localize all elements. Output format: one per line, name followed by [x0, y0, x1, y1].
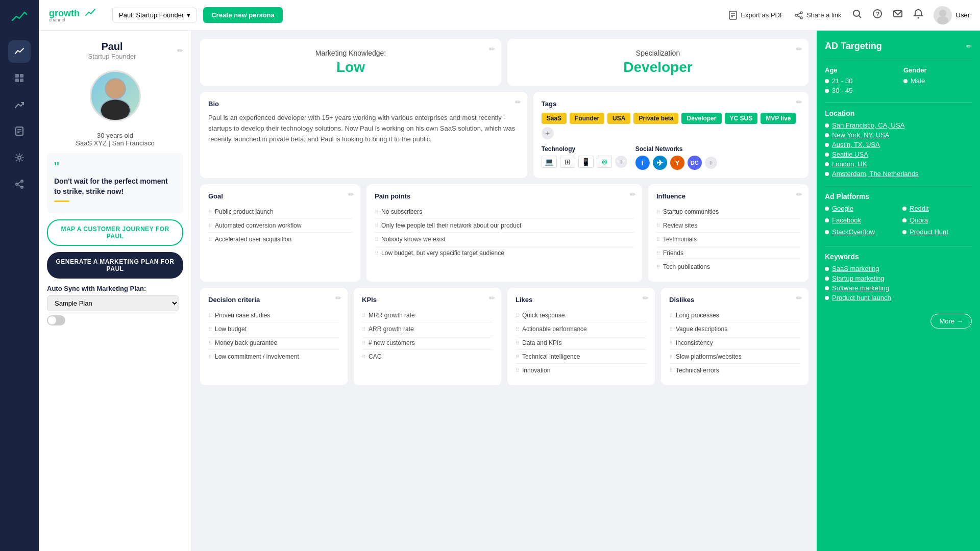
location-dot	[825, 153, 829, 157]
age-item-1: 21 - 30	[825, 77, 893, 85]
marketing-button[interactable]: GENERATE A MARKETING PLAN FOR PAUL	[47, 252, 183, 279]
keyword-dot	[825, 296, 829, 300]
persona-dropdown[interactable]: Paul: Startup Founder ▾	[112, 8, 197, 22]
spec-edit-icon[interactable]: ✏	[796, 45, 802, 53]
tag-item[interactable]: SaaS	[542, 113, 567, 124]
dislikes-list: ⠿Long processes⠿Vague descriptions⠿Incon…	[669, 309, 800, 377]
keywords-section: Keywords SaaS marketingStartup marketing…	[825, 253, 972, 302]
sync-toggle[interactable]	[47, 315, 65, 325]
create-persona-button[interactable]: Create new persona	[203, 7, 283, 23]
notification-icon[interactable]	[913, 9, 923, 21]
influence-list: ⠿Startup communities⠿Review sites⠿Testim…	[656, 205, 800, 273]
location-item: Seattle USA	[825, 151, 972, 158]
marketing-knowledge-label: Marketing Knowledge:	[208, 49, 493, 57]
influence-edit-icon[interactable]: ✏	[796, 190, 802, 198]
location-dot	[825, 123, 829, 128]
social-add-icon[interactable]: +	[705, 157, 717, 169]
location-list: San Francisco, CA, USANew York, NY, USAA…	[825, 121, 972, 178]
search-icon[interactable]	[852, 9, 862, 21]
svg-line-13	[18, 185, 21, 187]
sidebar-item-settings[interactable]	[8, 146, 31, 169]
drag-icon: ⠿	[669, 368, 673, 373]
list-item: ⠿Technical errors	[669, 364, 800, 377]
discord-icon[interactable]: DC	[688, 156, 702, 170]
goal-card: ✏ Goal ⠿Public product launch⠿Automated …	[200, 184, 360, 282]
list-item: ⠿Long processes	[669, 309, 800, 322]
platform-item: Quora	[902, 216, 972, 224]
sidebar-item-share[interactable]	[8, 173, 31, 195]
persona-header: Paul Startup Founder ✏	[47, 41, 183, 60]
age-item-2: 30 - 45	[825, 87, 893, 94]
drag-icon: ⠿	[208, 354, 212, 360]
sidebar-item-trends[interactable]	[8, 93, 31, 116]
ad-edit-icon[interactable]: ✏	[966, 42, 972, 50]
decision-title: Decision criteria	[208, 296, 339, 304]
mk-edit-icon[interactable]: ✏	[489, 45, 495, 53]
tag-add-button[interactable]: +	[542, 127, 554, 139]
tag-item[interactable]: Founder	[570, 113, 604, 124]
journey-button[interactable]: MAP A CUSTOMER JOURNEY FOR PAUL	[47, 219, 183, 246]
tag-item[interactable]: USA	[607, 113, 630, 124]
goal-edit-icon[interactable]: ✏	[348, 190, 354, 198]
drag-icon: ⠿	[656, 209, 660, 215]
keyword-item: Product hunt launch	[825, 294, 972, 302]
drag-icon: ⠿	[208, 327, 212, 332]
drag-icon: ⠿	[208, 223, 212, 229]
mail-icon[interactable]	[893, 9, 903, 21]
kpis-edit-icon[interactable]: ✏	[489, 294, 495, 302]
drag-icon: ⠿	[656, 237, 660, 242]
decision-criteria-card: ✏ Decision criteria ⠿Proven case studies…	[200, 288, 348, 385]
age-col: Age 21 - 30 30 - 45	[825, 66, 893, 96]
decision-edit-icon[interactable]: ✏	[335, 294, 341, 302]
dislikes-card: ✏ Dislikes ⠿Long processes⠿Vague descrip…	[661, 288, 808, 385]
likes-edit-icon[interactable]: ✏	[643, 294, 649, 302]
tech-add-icon[interactable]: +	[615, 156, 627, 168]
sync-select[interactable]: Sample Plan	[47, 295, 179, 311]
sidebar-item-dashboard[interactable]	[8, 67, 31, 89]
tag-item[interactable]: YC SUS	[725, 113, 758, 124]
export-pdf-button[interactable]: Export as PDF	[728, 11, 784, 20]
svg-point-9	[21, 180, 23, 182]
ycombinator-icon[interactable]: Y	[670, 156, 684, 170]
bio-tags-row: ✏ Bio Paul is an experienced developer w…	[200, 92, 808, 178]
dislikes-edit-icon[interactable]: ✏	[796, 294, 802, 302]
tag-item[interactable]: Developer	[681, 113, 721, 124]
ad-platforms-title: Ad Platforms	[825, 192, 972, 201]
tech-tablet-icon: 📱	[578, 156, 594, 168]
persona-edit-icon[interactable]: ✏	[177, 46, 183, 55]
age-dot-2	[825, 89, 829, 93]
sync-row: Sample Plan	[47, 295, 183, 311]
svg-text:channel: channel	[49, 17, 65, 22]
tech-icons: 💻 ⊞ 📱 ◎ +	[542, 156, 627, 168]
svg-point-21	[795, 14, 797, 16]
gender-item-1: Male	[903, 77, 972, 85]
likes-card: ✏ Likes ⠿Quick response⠿Actionable perfo…	[507, 288, 655, 385]
svg-rect-3	[20, 79, 23, 82]
pain-edit-icon[interactable]: ✏	[630, 190, 636, 198]
age-dot-1	[825, 79, 829, 83]
svg-line-26	[859, 16, 861, 18]
list-item: ⠿MRR growth rate	[362, 309, 493, 322]
drag-icon: ⠿	[362, 327, 365, 332]
facebook-icon[interactable]: f	[635, 156, 650, 170]
location-item: Amsterdam, The Netherlands	[825, 170, 972, 178]
svg-point-20	[800, 12, 802, 14]
bio-edit-icon[interactable]: ✏	[515, 98, 521, 106]
share-link-button[interactable]: Share a link	[794, 11, 842, 20]
user-avatar-wrap[interactable]: User	[934, 6, 970, 24]
tag-item[interactable]: MVP live	[761, 113, 796, 124]
sidebar-item-analytics[interactable]	[8, 40, 31, 63]
sidebar-item-content[interactable]	[8, 120, 31, 142]
svg-point-36	[101, 100, 129, 121]
tag-item[interactable]: Private beta	[633, 113, 678, 124]
topbar-right: Export as PDF Share a link ?	[728, 6, 970, 24]
drag-icon: ⠿	[208, 209, 212, 215]
telegram-icon[interactable]: ✈	[653, 156, 667, 170]
drag-icon: ⠿	[375, 223, 378, 229]
sidebar	[0, 0, 39, 551]
help-icon[interactable]: ?	[872, 9, 883, 21]
specialization-card: ✏ Specialization Developer	[507, 39, 808, 86]
pain-list: ⠿No subscribers⠿Only few people tell the…	[375, 205, 634, 260]
tags-edit-icon[interactable]: ✏	[796, 98, 802, 106]
more-button[interactable]: More →	[930, 314, 972, 329]
